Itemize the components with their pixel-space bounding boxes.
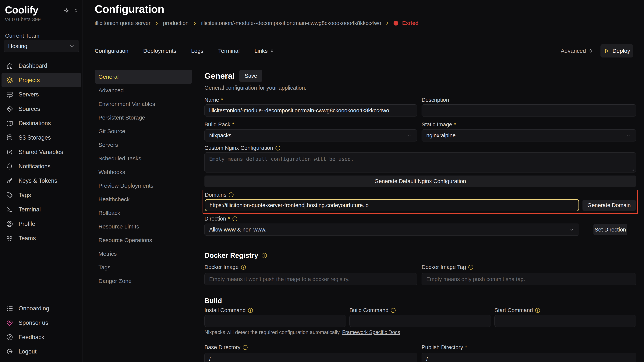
info-icon[interactable] — [240, 264, 246, 270]
tag-icon — [6, 192, 13, 199]
info-icon[interactable] — [261, 253, 267, 259]
key-icon — [6, 177, 13, 184]
theme-selector-icon[interactable] — [73, 8, 78, 13]
build-command-input[interactable] — [350, 315, 491, 327]
required-mark: * — [465, 344, 467, 351]
subnav-item-scheduled-tasks[interactable]: Scheduled Tasks — [95, 152, 192, 165]
tab-configuration[interactable]: Configuration — [95, 48, 128, 54]
sidebar-item-label: Teams — [18, 235, 36, 242]
static-image-label: Static Image* — [422, 121, 636, 128]
sidebar-item-teams[interactable]: Teams — [2, 231, 81, 246]
install-command-label: Install Command — [204, 307, 346, 313]
subnav-item-resource-operations[interactable]: Resource Operations — [95, 233, 192, 247]
coolify-configuration-page: { "app": { "name": "Coolify", "version":… — [0, 0, 644, 362]
docker-image-tag-label: Docker Image Tag — [422, 264, 474, 270]
sidebar-item-sources[interactable]: Sources — [2, 102, 81, 116]
sidebar-item-logout[interactable]: Logout — [2, 345, 81, 359]
required-mark: * — [454, 121, 456, 128]
info-icon[interactable] — [535, 308, 540, 313]
resize-handle-icon[interactable] — [631, 168, 635, 171]
docker-image-input[interactable]: Empty means it won't push the image to a… — [204, 273, 417, 285]
sidebar-item-label: Destinations — [18, 120, 51, 127]
subnav-item-general[interactable]: General — [95, 70, 192, 84]
subnav-item-resource-limits[interactable]: Resource Limits — [95, 220, 192, 233]
git-icon — [6, 105, 13, 112]
general-heading-row: General Save — [204, 70, 262, 82]
base-directory-input[interactable]: / — [204, 353, 417, 362]
subnav-item-rollback[interactable]: Rollback — [95, 206, 192, 220]
terminal-icon — [6, 206, 13, 213]
publish-directory-input[interactable]: / — [422, 353, 636, 362]
sidebar-item-terminal[interactable]: Terminal — [2, 202, 81, 217]
general-form: General Save General configuration for y… — [204, 0, 636, 362]
sidebar-item-projects[interactable]: Projects — [2, 73, 81, 87]
app-logo: Coolify — [5, 4, 38, 15]
direction-label: Direction* — [204, 216, 238, 222]
subnav-item-git-source[interactable]: Git Source — [95, 124, 192, 138]
publish-directory-label: Publish Directory* — [422, 344, 636, 351]
breadcrumb-project[interactable]: illicitonion quote server — [95, 20, 150, 26]
docker-registry-heading: Docker Registry — [204, 252, 267, 260]
sidebar-item-label: Keys & Tokens — [18, 177, 57, 184]
subnav-item-webhooks[interactable]: Webhooks — [95, 165, 192, 179]
variables-icon — [6, 148, 13, 156]
sidebar-item-shared-variables[interactable]: Shared Variables — [2, 145, 81, 159]
subnav-item-healthcheck[interactable]: Healthcheck — [95, 193, 192, 206]
chevron-down-icon — [69, 43, 75, 49]
static-image-select[interactable]: nginx:alpine — [422, 129, 636, 141]
info-icon[interactable] — [275, 145, 281, 151]
start-command-input[interactable] — [494, 315, 636, 327]
tab-deployments[interactable]: Deployments — [143, 48, 176, 54]
sidebar-item-destinations[interactable]: Destinations — [2, 116, 81, 130]
direction-select[interactable]: Allow www & non-www. — [204, 224, 579, 236]
name-input[interactable]: illicitestonion/-module--decomposition:m… — [204, 104, 417, 116]
subnav-item-metrics[interactable]: Metrics — [95, 247, 192, 261]
description-input[interactable] — [422, 104, 636, 116]
framework-docs-link[interactable]: Framework Specific Docs — [342, 330, 400, 335]
sidebar-item-dashboard[interactable]: Dashboard — [2, 59, 81, 73]
subnav-item-environment-variables[interactable]: Environment Variables — [95, 97, 192, 111]
subnav-item-advanced[interactable]: Advanced — [95, 84, 192, 97]
info-icon[interactable] — [390, 308, 396, 313]
set-direction-button[interactable]: Set Direction — [594, 224, 627, 235]
sidebar-item-keys-tokens[interactable]: Keys & Tokens — [2, 174, 81, 188]
sidebar-item-sponsor-us[interactable]: Sponsor us — [2, 316, 81, 330]
tab-logs[interactable]: Logs — [191, 48, 204, 54]
subnav-item-servers[interactable]: Servers — [95, 138, 192, 152]
subnav-item-danger-zone[interactable]: Danger Zone — [95, 274, 192, 288]
docker-image-tag-input[interactable]: Empty means only push commit sha tag. — [422, 273, 636, 285]
team-select[interactable]: Hosting — [4, 40, 79, 52]
info-icon[interactable] — [468, 264, 474, 270]
theme-sun-icon[interactable] — [63, 7, 70, 14]
build-heading: Build — [204, 297, 222, 305]
save-button[interactable]: Save — [239, 70, 262, 82]
textarea-placeholder: Empty means default configuration will b… — [209, 156, 354, 162]
sidebar-item-feedback[interactable]: Feedback — [2, 330, 81, 345]
sidebar-item-notifications[interactable]: Notifications — [2, 159, 81, 174]
logout-icon — [6, 348, 13, 355]
sidebar-item-tags[interactable]: Tags — [2, 188, 81, 202]
home-icon — [6, 62, 13, 69]
info-icon[interactable] — [248, 308, 253, 313]
layers-icon — [6, 77, 13, 84]
generate-domain-button[interactable]: Generate Domain — [582, 200, 636, 211]
base-directory-label: Base Directory — [204, 344, 417, 351]
sidebar-item-profile[interactable]: Profile — [2, 217, 81, 231]
sidebar-item-onboarding[interactable]: Onboarding — [2, 301, 81, 316]
sidebar-item-servers[interactable]: Servers — [2, 87, 81, 102]
domains-input[interactable]: https://illicitonion-quote-server-fronte… — [205, 199, 579, 211]
build-pack-select[interactable]: Nixpacks — [204, 129, 417, 141]
sidebar-item-s3-storages[interactable]: S3 Storages — [2, 130, 81, 145]
custom-nginx-textarea[interactable]: Empty means default configuration will b… — [204, 152, 636, 172]
subnav-item-tags[interactable]: Tags — [95, 261, 192, 274]
sidebar-item-label: Notifications — [18, 163, 50, 170]
install-command-input[interactable] — [204, 315, 346, 327]
info-icon[interactable] — [232, 216, 238, 222]
name-label: Name* — [204, 97, 417, 103]
info-icon[interactable] — [242, 345, 248, 350]
subnav-item-persistent-storage[interactable]: Persistent Storage — [95, 111, 192, 124]
info-icon[interactable] — [228, 192, 234, 198]
generate-nginx-button[interactable]: Generate Default Nginx Configuration — [204, 176, 636, 187]
subnav-item-preview-deployments[interactable]: Preview Deployments — [95, 179, 192, 193]
breadcrumb-environment[interactable]: production — [163, 20, 188, 26]
